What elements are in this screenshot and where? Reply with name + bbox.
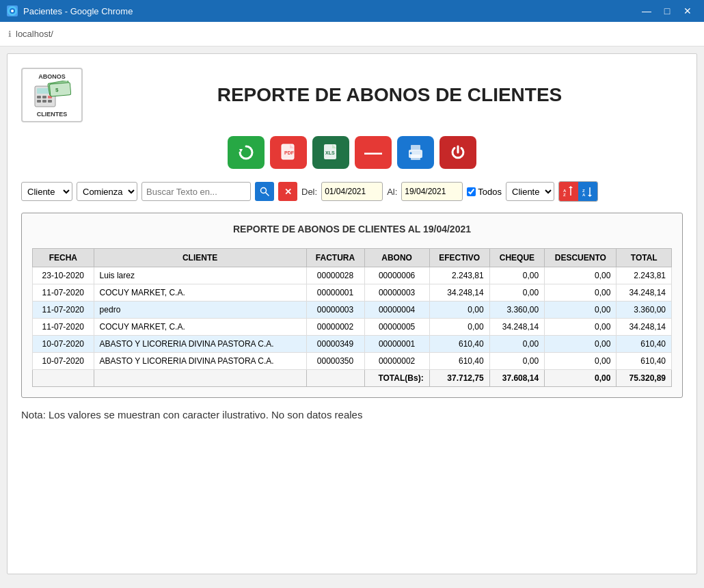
col-cliente: CLIENTE <box>94 249 306 267</box>
svg-point-2 <box>11 10 14 12</box>
svg-point-23 <box>410 152 412 155</box>
search-input[interactable] <box>141 182 251 201</box>
svg-rect-12 <box>49 83 70 97</box>
col-total: TOTAL <box>617 249 672 267</box>
print-btn-wrap <box>397 136 434 169</box>
page-title: REPORTE DE ABONOS DE CLIENTES <box>96 84 683 106</box>
condition-select[interactable]: Comienza Contiene Termina <box>77 182 137 201</box>
svg-text:A: A <box>582 193 586 197</box>
col-efectivo: EFECTIVO <box>429 249 489 267</box>
window-title: Pacientes - Google Chrome <box>23 6 632 16</box>
col-descuento: DESCUENTO <box>545 249 617 267</box>
sort-asc-button[interactable]: A Z <box>559 182 578 201</box>
col-abono: ABONO <box>364 249 429 267</box>
logo-bottom-text: CLIENTES <box>37 111 68 118</box>
report-table: FECHA CLIENTE FACTURA ABONO EFECTIVO CHE… <box>32 248 672 387</box>
col-fecha: FECHA <box>33 249 94 267</box>
clear-button[interactable]: ✕ <box>278 182 297 201</box>
report-container: REPORTE DE ABONOS DE CLIENTES AL 19/04/2… <box>21 213 683 398</box>
window-controls: — □ ✕ <box>637 1 697 21</box>
table-row: 11-07-2020pedro00000003000000040,003.360… <box>33 302 672 319</box>
svg-text:$: $ <box>55 87 59 93</box>
table-row: 10-07-2020ABASTO Y LICORERIA DIVINA PAST… <box>33 336 672 353</box>
table-row: 11-07-2020COCUY MARKET, C.A.000000010000… <box>33 284 672 302</box>
print-button[interactable] <box>397 136 434 169</box>
date-to-input[interactable] <box>401 182 463 201</box>
refresh-button[interactable] <box>228 136 265 169</box>
close-button[interactable]: ✕ <box>678 1 697 21</box>
col-factura: FACTURA <box>306 249 364 267</box>
search-button[interactable] <box>255 182 274 201</box>
table-row: 10-07-2020ABASTO Y LICORERIA DIVINA PAST… <box>33 353 672 370</box>
svg-rect-5 <box>37 96 41 98</box>
sort-buttons: A Z Z A <box>558 181 598 202</box>
svg-text:Z: Z <box>563 193 566 197</box>
url-text: localhost/ <box>16 29 53 39</box>
date-from-input[interactable] <box>321 182 383 201</box>
al-label: Al: <box>387 187 397 197</box>
pdf-button[interactable]: PDF <box>270 136 307 169</box>
svg-line-25 <box>266 193 269 196</box>
svg-rect-6 <box>42 96 46 98</box>
browser-icon <box>7 5 18 16</box>
svg-rect-22 <box>411 155 420 160</box>
excel-button[interactable]: XLS <box>312 136 349 169</box>
svg-text:PDF: PDF <box>284 150 295 155</box>
refresh-btn-wrap <box>228 136 265 169</box>
main-content: ABONOS $ CL <box>7 53 697 574</box>
minus-button[interactable]: — <box>355 136 392 169</box>
svg-rect-8 <box>37 100 41 103</box>
excel-btn-wrap: XLS <box>312 136 349 169</box>
col-cheque: CHEQUE <box>489 249 544 267</box>
toolbar: PDF XLS — <box>21 136 683 169</box>
title-bar: Pacientes - Google Chrome — □ ✕ <box>0 0 704 22</box>
nota-text: Nota: Los valores se muestran con caract… <box>21 409 683 420</box>
minimize-button[interactable]: — <box>637 1 656 21</box>
info-icon: ℹ <box>8 29 12 39</box>
total-row: TOTAL(Bs):37.712,7537.608,140,0075.320,8… <box>33 370 672 387</box>
minus-btn-wrap: — <box>355 136 392 169</box>
svg-rect-21 <box>411 145 420 150</box>
logo-box: ABONOS $ CL <box>21 68 83 122</box>
power-button[interactable] <box>439 136 476 169</box>
table-row: 11-07-2020COCUY MARKET, C.A.000000020000… <box>33 319 672 336</box>
del-label: Del: <box>301 187 317 197</box>
todos-checkbox[interactable] <box>467 187 476 196</box>
svg-rect-9 <box>42 100 46 103</box>
todos-label[interactable]: Todos <box>467 187 502 197</box>
field-select[interactable]: Cliente Factura Abono <box>21 182 72 201</box>
sort-field-select[interactable]: Cliente Fecha <box>506 182 554 201</box>
svg-marker-33 <box>588 195 592 197</box>
svg-rect-10 <box>48 100 52 103</box>
maximize-button[interactable]: □ <box>658 1 677 21</box>
address-bar: ℹ localhost/ <box>0 22 704 46</box>
filter-bar: Cliente Factura Abono Comienza Contiene … <box>21 181 683 202</box>
logo-image: $ <box>31 80 72 111</box>
logo-top-text: ABONOS <box>38 73 66 80</box>
table-header-row: FECHA CLIENTE FACTURA ABONO EFECTIVO CHE… <box>33 249 672 267</box>
svg-marker-29 <box>569 186 573 188</box>
pdf-btn-wrap: PDF <box>270 136 307 169</box>
svg-text:XLS: XLS <box>325 150 335 155</box>
power-btn-wrap <box>439 136 476 169</box>
header-section: ABONOS $ CL <box>21 68 683 122</box>
report-subtitle: REPORTE DE ABONOS DE CLIENTES AL 19/04/2… <box>32 224 672 240</box>
sort-desc-button[interactable]: Z A <box>578 182 597 201</box>
table-row: 23-10-2020Luis larez00000028000000062.24… <box>33 267 672 284</box>
